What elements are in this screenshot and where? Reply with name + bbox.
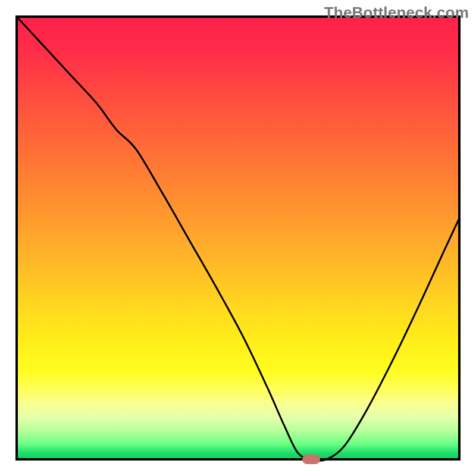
watermark-text: TheBottleneck.com [324,4,469,22]
plot-background [17,17,459,459]
chart-svg [0,0,476,476]
chart-container: TheBottleneck.com [0,0,476,476]
optimal-marker [302,455,320,464]
